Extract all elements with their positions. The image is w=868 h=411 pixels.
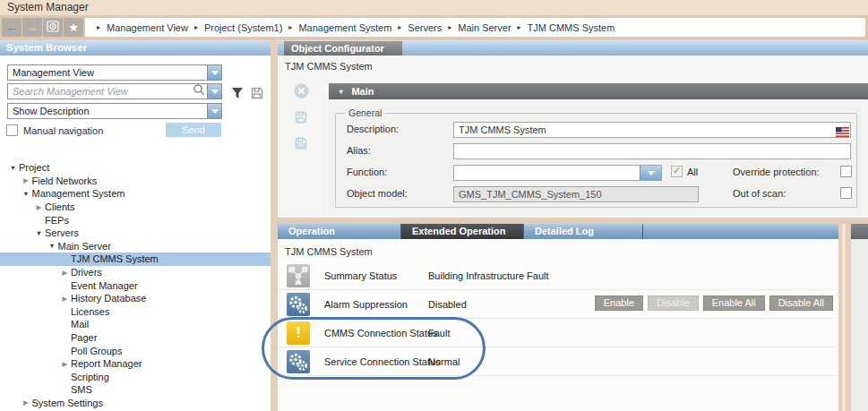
tree-expander-icon[interactable]: ▼ — [21, 190, 32, 198]
breadcrumb-item[interactable]: Management System — [298, 22, 391, 33]
breadcrumb-item[interactable]: Main Server — [458, 22, 511, 33]
tree-item-main-server[interactable]: ▼Main Server — [0, 240, 271, 253]
breadcrumb-item[interactable]: Servers — [408, 22, 442, 33]
tree-item-field-networks[interactable]: ▶Field Networks — [0, 175, 271, 188]
status-value: Disabled — [428, 290, 467, 319]
status-label: Summary Status — [324, 261, 397, 290]
back-arrow-icon: ← — [6, 21, 18, 33]
view-selector[interactable]: Management View — [7, 64, 222, 81]
tree-item-history-database[interactable]: ▶History Database — [0, 292, 271, 305]
status-row-cmms-connection-status: !CMMS Connection StatusFault — [278, 319, 837, 347]
tree-item-system-settings[interactable]: ▶System Settings — [0, 397, 271, 410]
tree-expander-icon[interactable]: ▶ — [59, 295, 71, 303]
tree-item-label: Event Manager — [71, 280, 138, 291]
description-field[interactable]: TJM CMMS System — [453, 122, 851, 138]
tree-item-servers[interactable]: ▼Servers — [0, 227, 271, 240]
tree-item-pager[interactable]: Pager — [0, 331, 271, 345]
tree-item-poll-groups[interactable]: Poll Groups — [0, 344, 271, 357]
tree-item-event-manager[interactable]: Event Manager — [0, 278, 271, 292]
forward-button[interactable]: → — [22, 18, 42, 37]
search-box[interactable] — [7, 83, 222, 99]
chevron-down-icon[interactable] — [207, 84, 221, 98]
discard-changes-icon[interactable] — [294, 83, 312, 102]
tree-expander-icon[interactable]: ▶ — [59, 269, 71, 277]
alias-field[interactable] — [453, 143, 851, 159]
tree-expander-icon[interactable]: ▶ — [21, 176, 32, 184]
tree-item-label: Mail — [71, 319, 89, 330]
tree-item-scripting[interactable]: Scripting — [0, 371, 271, 384]
back-button[interactable]: ← — [2, 18, 21, 37]
breadcrumb-item[interactable]: Project (System1) — [204, 22, 282, 33]
override-protection-checkbox[interactable] — [840, 166, 852, 177]
save-search-icon[interactable] — [250, 86, 264, 104]
save-as-icon[interactable] — [294, 136, 312, 154]
tab-detailed-log[interactable]: Detailed Log — [524, 224, 643, 239]
tree-item-sms[interactable]: SMS — [0, 383, 271, 397]
function-label: Function: — [347, 167, 387, 177]
tree-expander-icon[interactable]: ▼ — [33, 229, 45, 237]
breadcrumb-item[interactable]: TJM CMMS System — [528, 22, 615, 33]
tree-item-licenses[interactable]: Licenses — [0, 305, 271, 319]
tree-expander-icon[interactable]: ▼ — [47, 242, 58, 250]
tree-item-label: Clients — [45, 201, 75, 212]
tree-item-drivers[interactable]: ▶Drivers — [0, 266, 271, 279]
tree-expander-icon[interactable]: ▶ — [21, 398, 32, 407]
favorites-button[interactable]: ★ — [64, 18, 83, 37]
description-selector[interactable]: Show Description — [7, 103, 222, 119]
status-row-summary-status: Summary StatusBuilding Infrastructure Fa… — [278, 261, 837, 290]
window-title: System Manager — [7, 1, 89, 13]
breadcrumb-item[interactable]: Management View — [107, 22, 188, 33]
chevron-down-icon[interactable] — [207, 104, 221, 118]
tree-item-label: Servers — [45, 227, 79, 238]
tree-item-report-manager[interactable]: ▶Report Manager — [0, 357, 271, 371]
tree-expander-icon[interactable]: ▶ — [59, 360, 71, 368]
filter-icon[interactable] — [230, 86, 245, 104]
all-checkbox[interactable] — [671, 166, 683, 177]
breadcrumb-separator-icon: ▸ — [518, 23, 521, 31]
enable-all-button[interactable]: Enable All — [703, 295, 765, 311]
enable-button[interactable]: Enable — [595, 295, 643, 311]
disable-all-button[interactable]: Disable All — [769, 295, 833, 311]
forward-arrow-icon: → — [27, 21, 39, 33]
disable-button[interactable]: Disable — [648, 295, 699, 311]
function-selector[interactable] — [453, 165, 662, 181]
tree-expander-icon[interactable]: ▼ — [7, 164, 19, 172]
out-of-scan-checkbox[interactable] — [840, 187, 852, 199]
operation-tab-bar: OperationExtended OperationDetailed Log — [278, 224, 838, 239]
tree-item-label: Management System — [32, 188, 125, 199]
chevron-down-icon[interactable] — [207, 65, 221, 80]
out-of-scan-label: Out of scan: — [733, 188, 786, 199]
send-button[interactable]: Send — [166, 123, 221, 137]
tree-item-tjm-cmms-system[interactable]: TJM CMMS System — [0, 253, 271, 266]
status-row-list: Summary StatusBuilding Infrastructure Fa… — [278, 261, 837, 376]
manual-navigation-checkbox[interactable] — [6, 124, 18, 136]
adjacent-pane-body — [851, 239, 868, 411]
tree-item-management-system[interactable]: ▼Management System — [0, 187, 271, 201]
vertical-splitter[interactable] — [838, 224, 851, 411]
us-flag-icon[interactable] — [836, 124, 849, 141]
tree-item-label: History Database — [71, 293, 146, 304]
description-selector-value: Show Description — [8, 106, 207, 116]
tree-item-feps[interactable]: FEPs — [0, 213, 271, 227]
search-icon[interactable] — [193, 83, 205, 99]
recent-locations-button[interactable] — [43, 18, 63, 37]
object-model-field: GMS_TJM_CMMS_System_150 — [453, 186, 699, 202]
tab-operation[interactable]: Operation — [278, 224, 401, 239]
search-input[interactable] — [8, 84, 193, 98]
tree-item-label: FEPs — [45, 215, 69, 226]
status-label: Alarm Suppression — [324, 290, 408, 319]
horizontal-splitter[interactable] — [278, 218, 868, 224]
tree-item-project[interactable]: ▼Project — [0, 161, 271, 175]
tab-extended-operation[interactable]: Extended Operation — [401, 224, 524, 239]
tree-item-mail[interactable]: Mail — [0, 318, 271, 331]
gears-icon — [287, 293, 310, 316]
tree-expander-icon[interactable]: ▶ — [33, 203, 45, 211]
main-section-header[interactable]: ▼Main — [329, 83, 868, 99]
tree-item-clients[interactable]: ▶Clients — [0, 201, 271, 214]
chevron-down-icon[interactable] — [640, 166, 661, 180]
view-selector-value: Management View — [8, 67, 207, 78]
save-icon[interactable] — [294, 110, 312, 128]
object-configurator-tab[interactable]: Object Configurator — [284, 41, 402, 56]
panel-splitter[interactable] — [271, 40, 278, 411]
system-browser-header: System Browser — [0, 40, 271, 56]
